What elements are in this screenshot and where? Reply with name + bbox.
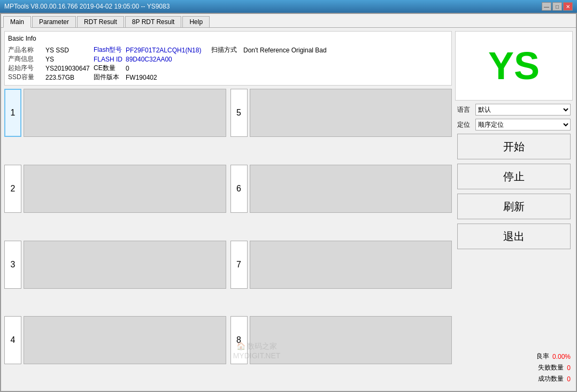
language-row: 语言 默认 [455, 104, 573, 116]
slot-8-number[interactable]: 8 [230, 316, 248, 364]
slot-6-number[interactable]: 6 [230, 165, 248, 213]
stats-area: 良率 0.00% 失败数量 0 成功数量 0 [455, 350, 573, 388]
fail-value: 0 [567, 364, 571, 372]
minimize-button[interactable]: — [542, 2, 551, 11]
slot-6-bar [250, 165, 452, 213]
label-empty-2 [211, 64, 243, 73]
fail-label: 失败数量 [538, 363, 564, 372]
success-value: 0 [567, 375, 571, 383]
slot-2-bar [24, 165, 226, 213]
tab-bar: Main Parameter RDT Result 8P RDT Result … [1, 14, 576, 28]
yield-value: 0.00% [552, 353, 571, 360]
position-label: 定位 [457, 120, 472, 129]
slot-8-bar [250, 316, 452, 364]
slot-6-container: 6 [230, 165, 452, 213]
slot-1-number[interactable]: 1 [4, 89, 21, 137]
label-ce-count: CE数量 [94, 64, 126, 73]
slot-4-number[interactable]: 4 [4, 316, 21, 364]
label-scan-mode: 扫描方式 [211, 45, 243, 55]
tab-8p-rdt-result[interactable]: 8P RDT Result [125, 16, 182, 27]
slot-7-bar [250, 241, 452, 289]
right-panel: YS 语言 默认 定位 顺序定位 开始 停止 刷新 退出 [455, 31, 573, 388]
position-select[interactable]: 顺序定位 [475, 119, 571, 130]
label-start-seq: 起始序号 [8, 64, 45, 73]
window-controls: — □ ✕ [542, 2, 573, 11]
slot-2-container: 2 [4, 165, 226, 213]
slot-2-number[interactable]: 2 [4, 165, 21, 213]
content-area: Basic Info 产品名称 YS SSD Flash型号 PF29F01T2… [1, 28, 576, 391]
value-product-name: YS SSD [45, 45, 94, 55]
slot-1-container: 1 [4, 89, 226, 137]
slot-5-bar [250, 89, 452, 137]
logo-box: YS [455, 31, 573, 101]
label-ssd-capacity: SSD容量 [8, 73, 45, 82]
slot-8-container: 8 [230, 316, 452, 364]
close-button[interactable]: ✕ [563, 2, 573, 11]
slot-4-container: 4 [4, 316, 226, 364]
main-window: Main Parameter RDT Result 8P RDT Result … [0, 13, 577, 392]
position-row: 定位 顺序定位 [455, 119, 573, 130]
value-scan-mode: Don't Reference Original Bad [243, 45, 448, 55]
tab-rdt-result[interactable]: RDT Result [77, 16, 124, 27]
action-buttons: 开始 停止 刷新 退出 [455, 134, 573, 347]
start-button[interactable]: 开始 [457, 134, 571, 159]
basic-info-title: Basic Info [8, 35, 448, 42]
value-start-seq: YS2019030647 [45, 64, 94, 73]
logo-text: YS [488, 44, 540, 88]
tab-help[interactable]: Help [182, 16, 210, 27]
label-flash-model: Flash型号 [94, 45, 126, 55]
maximize-button[interactable]: □ [552, 2, 562, 11]
label-vendor: 产商信息 [8, 55, 45, 64]
label-product-name: 产品名称 [8, 45, 45, 55]
slot-5-container: 5 [230, 89, 452, 137]
value-firmware: FW190402 [126, 73, 211, 82]
slot-5-number[interactable]: 5 [230, 89, 248, 137]
stop-button[interactable]: 停止 [457, 164, 571, 189]
slot-1-bar [24, 89, 226, 137]
value-empty-3 [243, 73, 448, 82]
label-empty-3 [211, 73, 243, 82]
value-empty-2 [243, 64, 448, 73]
title-text: MPTools V8.00.00.16.766 2019-04-02 19:05… [4, 3, 170, 10]
tab-parameter[interactable]: Parameter [32, 16, 76, 27]
info-table: 产品名称 YS SSD Flash型号 PF29F01T2ALCQH1(N18)… [8, 45, 448, 82]
label-empty-1 [211, 55, 243, 64]
title-bar: MPTools V8.00.00.16.766 2019-04-02 19:05… [0, 0, 577, 13]
success-label: 成功数量 [538, 374, 564, 383]
value-ce-count: 0 [126, 64, 211, 73]
yield-row: 良率 0.00% [457, 352, 571, 361]
fail-row: 失败数量 0 [457, 363, 571, 372]
exit-button[interactable]: 退出 [457, 224, 571, 249]
left-panel: Basic Info 产品名称 YS SSD Flash型号 PF29F01T2… [4, 31, 452, 388]
slot-7-container: 7 [230, 241, 452, 289]
value-vendor: YS [45, 55, 94, 64]
value-empty-1 [243, 55, 448, 64]
slots-area: 1 5 2 6 [4, 89, 452, 388]
value-flash-id: 89D40C32AA00 [126, 55, 211, 64]
tab-main[interactable]: Main [3, 16, 31, 28]
language-label: 语言 [457, 105, 472, 114]
slot-3-container: 3 [4, 241, 226, 289]
info-row-3: 起始序号 YS2019030647 CE数量 0 [8, 64, 448, 73]
language-select[interactable]: 默认 [475, 104, 571, 116]
info-row-4: SSD容量 223.57GB 固件版本 FW190402 [8, 73, 448, 82]
value-flash-model: PF29F01T2ALCQH1(N18) [126, 45, 211, 55]
refresh-button[interactable]: 刷新 [457, 194, 571, 219]
slot-7-number[interactable]: 7 [230, 241, 248, 289]
slot-3-number[interactable]: 3 [4, 241, 21, 289]
basic-info-panel: Basic Info 产品名称 YS SSD Flash型号 PF29F01T2… [4, 31, 452, 86]
label-flash-id: FLASH ID [94, 55, 126, 64]
success-row: 成功数量 0 [457, 374, 571, 383]
info-row-2: 产商信息 YS FLASH ID 89D40C32AA00 [8, 55, 448, 64]
slot-3-bar [24, 241, 226, 289]
info-row-1: 产品名称 YS SSD Flash型号 PF29F01T2ALCQH1(N18)… [8, 45, 448, 55]
slot-4-bar [24, 316, 226, 364]
value-ssd-capacity: 223.57GB [45, 73, 94, 82]
yield-label: 良率 [536, 352, 549, 361]
label-firmware: 固件版本 [94, 73, 126, 82]
